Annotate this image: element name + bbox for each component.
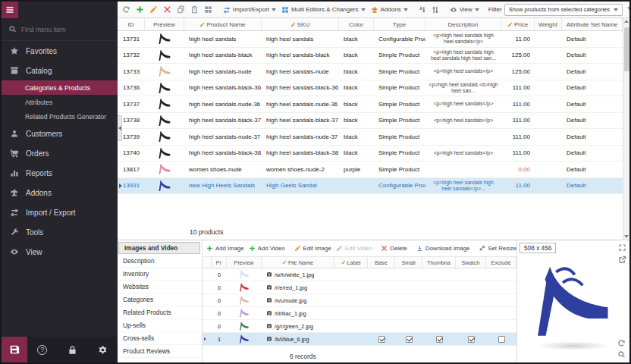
product-row[interactable]: 13736high heel sandals-black-36high heel… [118,80,623,97]
refresh-button[interactable] [121,3,132,17]
image-row[interactable]: 1/b/l/blue_6.jpg [202,333,516,346]
edit-image-button[interactable]: Edit Image [293,242,333,256]
img-col-header-thumb[interactable]: Thumbna [422,257,456,268]
img-col-header-file[interactable]: File Name [262,257,334,268]
col-header-sku[interactable]: SKU [262,18,339,30]
sidebar-search[interactable] [2,18,118,41]
sidebar-item-favorites[interactable]: Favorites [2,41,118,61]
edit-button[interactable] [148,3,159,17]
sidebar-item-view[interactable]: View [2,242,118,262]
paste-button[interactable] [189,3,200,17]
sidebar-item-related-products-generator[interactable]: Related Products Generator [2,109,118,124]
col-header-name[interactable]: Product Name [184,18,262,30]
product-row[interactable]: 13737high heel sandals-nude-36high heel … [118,96,623,113]
col-header-color[interactable]: Color [339,18,374,30]
tab-categories[interactable]: Categories [118,293,202,306]
product-row[interactable]: 13738high heel sandals-black-37high heel… [118,113,623,130]
col-header-type[interactable]: Type [374,18,425,30]
col-header-preview[interactable]: Preview [145,18,184,30]
image-row[interactable]: 0/w/h/white_1.jpg [202,268,516,281]
scroll-up-icon[interactable] [624,20,629,23]
tab-images-and-video[interactable]: Images and Video [118,242,200,254]
addons-menu[interactable]: Addons [369,3,410,17]
col-header-weight[interactable]: Weight [535,18,562,30]
menu-toggle-button[interactable] [2,2,18,18]
view-menu[interactable]: View [448,3,481,17]
col-header-price[interactable]: Price [501,18,535,30]
small-checkbox[interactable] [406,336,413,343]
tab-related-products[interactable]: Related Products [118,306,202,319]
product-row[interactable]: 13731high heel sandalshigh heel sandalsb… [118,31,623,48]
filter-select[interactable]: Show products from selected categories [504,4,623,16]
columns-button[interactable] [202,3,214,17]
tab-product-reviews[interactable]: Product Reviews [118,345,202,358]
edit-video-button[interactable]: Edit Video [334,242,373,256]
thumb-checkbox[interactable] [436,336,443,343]
product-row[interactable]: 13931new High Heels SandalsHigh Geels Sa… [118,178,623,195]
delete-button[interactable] [162,3,173,17]
image-row[interactable]: 0/r/e/red_1.jpg [202,281,516,294]
product-row[interactable]: 13739high heel sandals-nude-37high heel … [118,129,623,146]
img-col-header-marker[interactable] [202,257,212,268]
set-resize-rule-button[interactable]: Set Resize Rule [477,242,516,256]
img-col-header-swatch[interactable]: Swatch [456,257,486,268]
img-col-header-exclude[interactable]: Exclude [486,257,516,268]
col-header-id[interactable]: ID [118,18,145,30]
add-image-button[interactable]: Add Image [205,242,246,256]
store-button[interactable] [2,337,27,362]
sidebar-item-addons[interactable]: Addons [2,183,118,202]
delete-button[interactable]: Delete [379,242,409,256]
gear-icon[interactable] [98,345,108,355]
collapse-panel-handle[interactable] [118,115,122,141]
product-row[interactable]: 13740high heel sandals-black-38high heel… [118,146,623,162]
img-col-header-pr[interactable]: Pr [212,257,227,268]
filters-menu[interactable]: Filters [625,3,629,17]
external-link-icon[interactable] [618,256,626,264]
vertical-scrollbar[interactable] [623,18,629,240]
tab-cross-sells[interactable]: Cross-sells [118,332,202,345]
swatch-checkbox[interactable] [468,336,475,343]
tab-up-sells[interactable]: Up-sells [118,319,202,332]
sidebar-item-categories-products[interactable]: Categories & Products [2,80,118,95]
multi-editors-changers-menu[interactable]: Multi Editors & Changers [280,3,366,17]
image-row[interactable]: 0/n/u/nude.jpg [202,294,516,307]
exclude-checkbox[interactable] [498,336,505,343]
sort-button[interactable] [417,3,428,17]
menu-search-input[interactable] [21,26,97,33]
add-video-button[interactable]: Add Video [247,242,287,256]
img-col-header-preview[interactable]: Preview [227,257,262,268]
img-col-header-base[interactable]: Base [368,257,395,268]
reorder-button[interactable] [430,3,441,17]
col-header-desc[interactable]: Description [425,18,501,30]
image-row[interactable]: 0/l/i/lilac_1.jpg [202,307,516,320]
sidebar-item-customers[interactable]: Customers [2,124,118,143]
sidebar-item-import-export[interactable]: Import / Export [2,202,118,222]
sidebar-item-orders[interactable]: Orders [2,143,118,163]
add-button[interactable] [134,3,146,17]
scrollbar-thumb[interactable] [624,27,629,71]
base-checkbox[interactable] [378,336,385,343]
img-col-header-small[interactable]: Small [395,257,422,268]
sidebar-item-catalog[interactable]: Catalog [2,61,118,80]
product-row[interactable]: 13733high heel sandals-nudehigh heel san… [118,64,623,80]
tab-inventory[interactable]: Inventory [118,268,202,281]
image-row[interactable]: 0/g/r/green_2.jpg [202,320,516,333]
rotate-icon[interactable] [617,339,626,347]
sidebar-item-reports[interactable]: Reports [2,163,118,183]
scroll-down-icon[interactable] [624,235,629,238]
tab-description[interactable]: Description [118,255,202,268]
tab-websites[interactable]: Websites [118,281,202,293]
col-header-attr_set[interactable]: Attribute Set Name [562,18,623,30]
sidebar-item-attributes[interactable]: Attributes [2,95,118,109]
expand-icon[interactable] [618,243,626,252]
zoom-icon[interactable] [617,350,626,359]
help-button[interactable]: ? [37,345,47,355]
product-row[interactable]: 13732high heel sandals-blackhigh heel sa… [118,48,623,64]
lock-icon[interactable] [67,345,77,355]
product-row[interactable]: 13817women shoes-nudewomen shoes-nude-2p… [118,162,623,178]
import-export-menu[interactable]: Import/Export [221,3,278,17]
sidebar-item-tools[interactable]: Tools [2,222,118,242]
download-image-button[interactable]: Download Image [415,242,472,256]
img-col-header-label[interactable]: Label [334,257,368,268]
copy-button[interactable] [175,3,187,17]
